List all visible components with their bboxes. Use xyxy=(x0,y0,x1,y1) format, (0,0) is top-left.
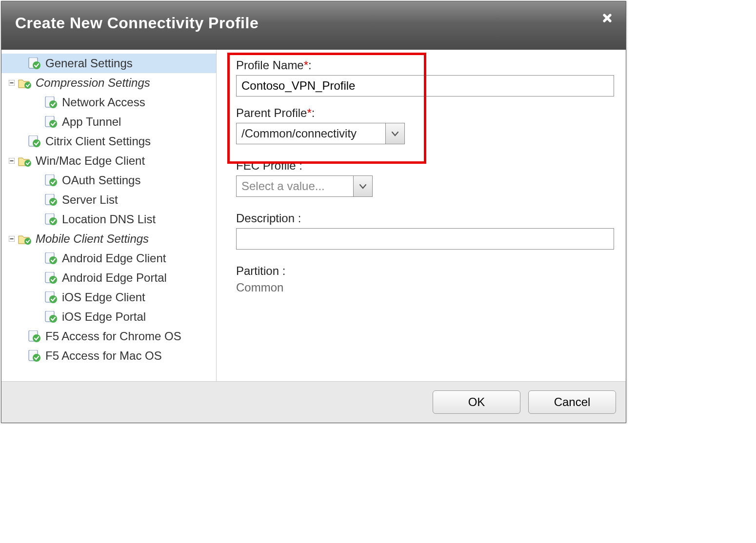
tree-compression-settings[interactable]: Compression Settings xyxy=(1,73,216,93)
page-check-icon xyxy=(44,175,58,186)
page-check-icon xyxy=(44,311,58,323)
page-check-icon xyxy=(44,194,58,206)
page-check-icon xyxy=(44,252,58,264)
tree-winmac-edge-client[interactable]: Win/Mac Edge Client xyxy=(1,151,216,171)
tree-network-access[interactable]: Network Access xyxy=(1,93,216,112)
parent-profile-label: Parent Profile*: xyxy=(236,106,614,120)
fec-profile-label: FEC Profile : xyxy=(236,159,614,173)
page-check-icon xyxy=(28,350,41,362)
profile-name-input[interactable] xyxy=(236,75,614,97)
description-label: Description : xyxy=(236,212,614,225)
description-input[interactable] xyxy=(236,228,614,250)
page-check-icon xyxy=(44,213,58,225)
tree-mobile-client-settings[interactable]: Mobile Client Settings xyxy=(1,229,216,249)
tree-android-edge-portal[interactable]: Android Edge Portal xyxy=(1,268,216,288)
collapse-icon[interactable] xyxy=(8,157,15,164)
chevron-down-icon[interactable] xyxy=(353,176,372,196)
fec-profile-select[interactable]: Select a value... xyxy=(236,175,373,197)
tree-app-tunnel[interactable]: App Tunnel xyxy=(1,112,216,132)
collapse-icon[interactable] xyxy=(8,79,15,86)
dialog-footer: OK Cancel xyxy=(1,381,626,423)
page-check-icon xyxy=(28,330,41,342)
form-panel: Profile Name*: Parent Profile*: /Common/… xyxy=(217,50,626,381)
tree-android-edge-client[interactable]: Android Edge Client xyxy=(1,249,216,268)
cancel-button[interactable]: Cancel xyxy=(528,390,616,414)
tree-citrix-client-settings[interactable]: Citrix Client Settings xyxy=(1,132,216,151)
dialog-header: Create New Connectivity Profile xyxy=(1,1,626,50)
ok-button[interactable]: OK xyxy=(433,390,520,414)
folder-check-icon xyxy=(18,233,32,245)
dialog-title: Create New Connectivity Profile xyxy=(15,14,612,32)
tree-ios-edge-portal[interactable]: iOS Edge Portal xyxy=(1,307,216,327)
page-check-icon xyxy=(28,58,41,69)
settings-tree: General Settings Compression Settings Ne… xyxy=(1,50,217,381)
chevron-down-icon[interactable] xyxy=(385,123,404,144)
page-check-icon xyxy=(44,291,58,303)
tree-location-dns-list[interactable]: Location DNS List xyxy=(1,210,216,229)
page-check-icon xyxy=(28,136,41,147)
tree-oauth-settings[interactable]: OAuth Settings xyxy=(1,171,216,190)
dialog-create-connectivity-profile: Create New Connectivity Profile General … xyxy=(1,1,626,423)
tree-ios-edge-client[interactable]: iOS Edge Client xyxy=(1,288,216,307)
tree-f5-chrome[interactable]: F5 Access for Chrome OS xyxy=(1,327,216,346)
tree-f5-mac[interactable]: F5 Access for Mac OS xyxy=(1,346,216,366)
folder-check-icon xyxy=(18,155,32,167)
page-check-icon xyxy=(44,97,58,108)
partition-value: Common xyxy=(236,281,614,294)
close-icon[interactable] xyxy=(600,11,614,25)
tree-server-list[interactable]: Server List xyxy=(1,190,216,210)
partition-label: Partition : xyxy=(236,264,614,278)
folder-check-icon xyxy=(18,77,32,89)
profile-name-label: Profile Name*: xyxy=(236,58,614,72)
page-check-icon xyxy=(44,272,58,284)
collapse-icon[interactable] xyxy=(8,235,15,242)
tree-general-settings[interactable]: General Settings xyxy=(1,54,216,73)
page-check-icon xyxy=(44,116,58,128)
parent-profile-select[interactable]: /Common/connectivity xyxy=(236,123,405,144)
